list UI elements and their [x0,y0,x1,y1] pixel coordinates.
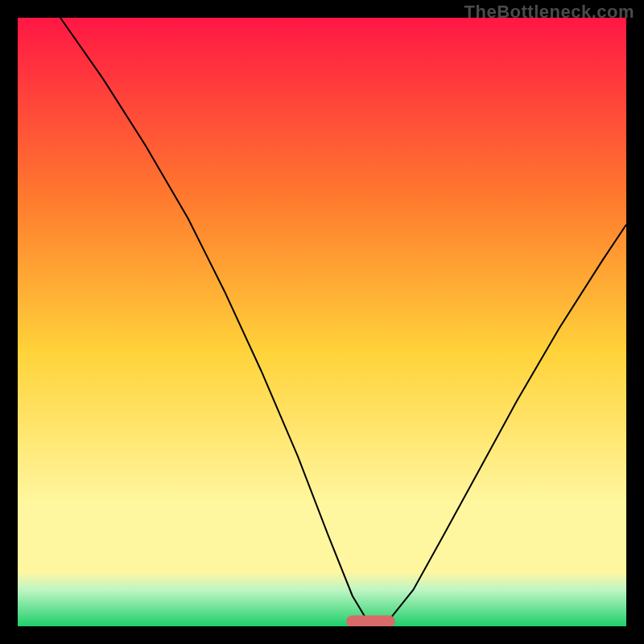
gradient-background [18,18,626,626]
watermark-text: TheBottleneck.com [464,2,634,23]
bottleneck-chart [18,18,626,626]
optimum-marker [346,615,394,626]
chart-frame: TheBottleneck.com [0,0,644,644]
